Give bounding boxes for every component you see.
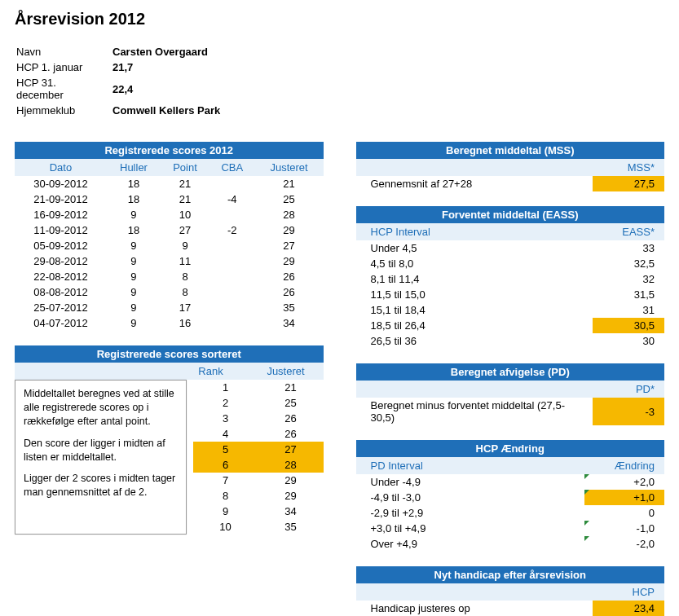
- table-row: 25-07-201291735: [15, 300, 324, 315]
- cell: 25: [258, 395, 324, 411]
- cell: 18: [107, 191, 161, 207]
- cell: 16: [161, 315, 209, 331]
- cell: 4,5 til 8,0: [356, 256, 593, 271]
- table-row: Over +4,9-2,0: [356, 536, 665, 552]
- table-row: 21-09-20121821-425: [15, 191, 324, 207]
- sorted-header-table: Rank Justeret: [15, 363, 324, 380]
- sorted-note-p1: Middeltallet beregnes ved at stille alle…: [24, 387, 178, 429]
- cell: 29: [258, 473, 324, 488]
- table-row: 26,5 til 3630: [356, 333, 665, 349]
- cell: 2: [193, 395, 258, 411]
- cell: [209, 207, 255, 222]
- table-row: 15,1 til 18,431: [356, 302, 665, 318]
- cell: 18: [107, 222, 161, 238]
- table-row: 934: [193, 504, 324, 519]
- cell: [209, 315, 255, 331]
- player-info: Navn Carsten Overgaard HCP 1. januar 21,…: [15, 43, 227, 119]
- scores-h-points: Point: [161, 159, 209, 176]
- cell: 4: [193, 426, 258, 442]
- info-name-label: Navn: [16, 45, 111, 59]
- cell: 29: [255, 222, 324, 238]
- table-row: Under 4,533: [356, 240, 665, 256]
- mss-value: 27,5: [593, 176, 664, 191]
- sorted-h-rank: Rank: [174, 363, 249, 380]
- info-name-value: Carsten Overgaard: [112, 45, 225, 59]
- cell: 21: [161, 191, 209, 207]
- table-row: 829: [193, 488, 324, 504]
- table-row: 527: [193, 442, 324, 457]
- cell: 29-08-2012: [15, 253, 107, 269]
- table-row: 18,5 til 26,430,5: [356, 318, 665, 333]
- mss-panel: Beregnet middeltal (MSS) MSS* Gennemsnit…: [356, 142, 665, 191]
- pd-panel: Beregnet afvigelse (PD) PD* Beregnet min…: [356, 363, 665, 425]
- cell: 9: [107, 315, 161, 331]
- table-row: -4,9 til -3,0+1,0: [356, 490, 665, 505]
- cell: 26: [255, 284, 324, 300]
- cell: -4: [209, 191, 255, 207]
- cell: 29: [255, 253, 324, 269]
- cell: [209, 284, 255, 300]
- cell: 30-09-2012: [15, 176, 107, 191]
- cell: 16-09-2012: [15, 207, 107, 222]
- cell: 11: [161, 253, 209, 269]
- cell: 9: [107, 284, 161, 300]
- result-value: 23,4: [593, 601, 664, 616]
- info-hcp-dec-label: HCP 31. december: [16, 76, 111, 102]
- cell: -4,9 til -3,0: [356, 490, 585, 505]
- sorted-table: 1212253264265276287298299341035: [193, 380, 324, 535]
- cell: -1,0: [584, 521, 664, 536]
- cell: 5: [193, 442, 258, 457]
- cell: 9: [107, 253, 161, 269]
- cell: 35: [255, 300, 324, 315]
- sorted-panel: Registrerede scores sorteret Rank Juster…: [15, 345, 324, 535]
- info-club-value: Comwell Kellers Park: [112, 103, 225, 117]
- info-hcp-jan-value: 21,7: [112, 60, 225, 74]
- table-row: 121: [193, 380, 324, 395]
- cell: 32,5: [593, 256, 664, 271]
- sorted-title: Registrerede scores sorteret: [15, 345, 324, 363]
- scores-h-holes: Huller: [107, 159, 161, 176]
- cell: +1,0: [584, 490, 664, 505]
- cell: 26: [258, 411, 324, 426]
- cell: 18,5 til 26,4: [356, 318, 593, 333]
- cell: 6: [193, 457, 258, 473]
- cell: 25: [255, 191, 324, 207]
- cell: 17: [161, 300, 209, 315]
- cell: -2,9 til +2,9: [356, 505, 585, 521]
- table-row: 8,1 til 11,432: [356, 271, 665, 287]
- cell: 11,5 til 15,0: [356, 287, 593, 302]
- cell: [209, 300, 255, 315]
- table-row: 29-08-201291129: [15, 253, 324, 269]
- scores-h-cba: CBA: [209, 159, 255, 176]
- sorted-note-p2: Den score der ligger i midten af listen …: [24, 437, 178, 464]
- change-col1: PD Interval: [356, 457, 585, 474]
- table-row: 04-07-201291634: [15, 315, 324, 331]
- eass-panel: Forventet middeltal (EASS) HCP Interval …: [356, 206, 665, 349]
- sorted-note: Middeltallet beregnes ved at stille alle…: [15, 380, 187, 535]
- pd-row-label: Beregnet minus forventet middeltal (27,5…: [356, 398, 593, 425]
- sorted-h-adj: Justeret: [249, 363, 324, 380]
- cell: 8: [161, 284, 209, 300]
- cell: 05-09-2012: [15, 238, 107, 253]
- cell: 21: [161, 176, 209, 191]
- info-hcp-dec-value: 22,4: [112, 76, 225, 102]
- cell: Under 4,5: [356, 240, 593, 256]
- table-row: 11,5 til 15,031,5: [356, 287, 665, 302]
- cell: 08-08-2012: [15, 284, 107, 300]
- cell: 32: [593, 271, 664, 287]
- cell: 7: [193, 473, 258, 488]
- cell: Over +4,9: [356, 536, 585, 552]
- cell: 26,5 til 36: [356, 333, 593, 349]
- cell: 21: [258, 380, 324, 395]
- table-row: 729: [193, 473, 324, 488]
- mss-title: Beregnet middeltal (MSS): [356, 142, 665, 159]
- cell: 27: [258, 442, 324, 457]
- cell: 27: [161, 222, 209, 238]
- change-col2: Ændring: [584, 457, 664, 474]
- result-title: Nyt handicap efter årsrevision: [356, 566, 665, 583]
- scores-h-adj: Justeret: [255, 159, 324, 176]
- sorted-note-p3: Ligger der 2 scores i midten tager man g…: [24, 472, 178, 499]
- cell: 33: [593, 240, 664, 256]
- cell: -2,0: [584, 536, 664, 552]
- cell: +2,0: [584, 474, 664, 490]
